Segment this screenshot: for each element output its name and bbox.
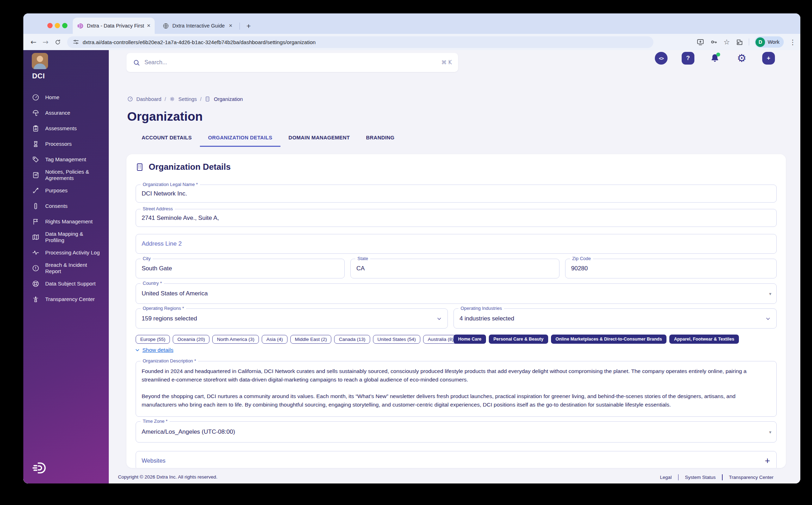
industry-chip[interactable]: Online Marketplaces & Direct-to-Consumer… <box>551 335 666 344</box>
toolbar-divider <box>749 38 749 46</box>
breadcrumb-settings[interactable]: Settings <box>178 96 197 102</box>
sidebar-nav: Home Assurance Assessments Processors <box>32 90 102 307</box>
header-actions: <> ? ⚙ + <box>655 52 775 65</box>
notification-dot <box>716 53 720 56</box>
operating-regions-select[interactable]: Operating Regions * 159 regions selected <box>136 308 448 329</box>
footer-link-transparency-center[interactable]: Transparency Center <box>729 475 774 480</box>
sidebar-item-processing-log[interactable]: Processing Activity Log <box>32 245 102 260</box>
sidebar-item-purposes[interactable]: Purposes <box>32 183 102 198</box>
browser-profile-chip[interactable]: D Work <box>755 36 784 48</box>
browser-menu-icon[interactable]: ⋮ <box>789 38 796 46</box>
add-icon[interactable]: + <box>762 52 775 65</box>
sidebar-item-breach-report[interactable]: Breach & Incident Report <box>32 260 102 276</box>
forward-icon[interactable]: → <box>40 38 52 46</box>
browser-tab-active[interactable]: Dxtra - Data Privacy First × <box>73 18 155 34</box>
tab-account-details[interactable]: ACCOUNT DETAILS <box>134 135 200 147</box>
industry-chip[interactable]: Home Care <box>454 335 486 344</box>
sidebar-item-consents[interactable]: Consents <box>32 198 102 214</box>
description-field[interactable]: Organization Description * Founded in 20… <box>136 361 777 417</box>
search-icon <box>133 59 140 66</box>
back-icon[interactable]: ← <box>28 38 40 46</box>
site-settings-icon[interactable] <box>73 39 79 45</box>
region-chip[interactable]: United States (54) <box>373 335 421 344</box>
industry-chips: Home Care Personal Care & Beauty Online … <box>454 335 739 344</box>
search-input[interactable] <box>144 59 441 66</box>
region-chip[interactable]: North America (3) <box>212 335 259 344</box>
reload-icon[interactable] <box>52 39 64 46</box>
region-chip[interactable]: Asia (4) <box>262 335 288 344</box>
breadcrumb-dashboard[interactable]: Dashboard <box>136 96 161 102</box>
region-chip[interactable]: Canada (13) <box>334 335 370 344</box>
sidebar-item-assessments[interactable]: Assessments <box>32 121 102 136</box>
chevron-down-icon <box>135 348 140 353</box>
sidebar-item-data-mapping[interactable]: Data Mapping & Profiling <box>32 229 102 245</box>
dropdown-arrow-icon: ▾ <box>769 291 771 296</box>
chevron-down-icon <box>765 316 771 321</box>
sidebar-item-data-subject-support[interactable]: Data Subject Support <box>32 276 102 291</box>
tab-branding[interactable]: BRANDING <box>358 135 403 147</box>
sidebar-item-assurance[interactable]: Assurance <box>32 105 102 121</box>
country-select[interactable]: Country * United States of America ▾ <box>136 283 777 304</box>
code-icon[interactable]: <> <box>655 52 668 65</box>
route-icon <box>32 187 40 194</box>
section-title: Organization Details <box>149 162 231 172</box>
region-chip[interactable]: Middle East (2) <box>290 335 332 344</box>
city-field[interactable]: City South Gate <box>136 259 345 278</box>
window-zoom-button[interactable] <box>62 23 67 28</box>
settings-gear-icon[interactable]: ⚙ <box>735 52 748 65</box>
passwords-key-icon[interactable] <box>710 38 718 46</box>
user-avatar[interactable] <box>32 53 48 69</box>
legal-name-field[interactable]: Organization Legal Name * DCI Network In… <box>136 185 777 203</box>
region-chip[interactable]: Australia (8) <box>423 335 458 344</box>
sidebar-item-processors[interactable]: Processors <box>32 136 102 152</box>
industry-chip[interactable]: Personal Care & Beauty <box>489 335 548 344</box>
lifebuoy-icon <box>32 280 40 288</box>
page-title: Organization <box>127 109 203 124</box>
sidebar: DCI Home Assurance Assessments <box>23 50 109 483</box>
copyright-text: Copyright © 2026 Dxtra Inc. All rights r… <box>118 474 218 480</box>
url-bar[interactable]: dxtra.ai/data-controllers/e6b20ea2-1a7a-… <box>67 36 653 48</box>
help-icon[interactable]: ? <box>682 52 694 65</box>
address-line-2-field[interactable]: Address Line 2 <box>136 234 777 254</box>
tab-domain-management[interactable]: DOMAIN MANAGEMENT <box>280 135 358 147</box>
region-chip[interactable]: Europe (55) <box>136 335 170 344</box>
umbrella-icon <box>32 109 40 117</box>
show-details-link[interactable]: Show details <box>135 347 173 353</box>
extensions-puzzle-icon[interactable] <box>735 38 743 46</box>
industry-chip[interactable]: Apparel, Footwear & Textiles <box>669 335 739 344</box>
new-tab-button[interactable]: + <box>244 21 254 31</box>
street-address-field[interactable]: Street Address 2741 Seminole Ave., Suite… <box>136 209 777 227</box>
install-app-icon[interactable] <box>697 38 704 46</box>
speedometer-icon <box>32 94 40 101</box>
clipboard-icon <box>32 125 40 132</box>
notifications-icon[interactable] <box>709 52 721 65</box>
chevron-down-icon <box>437 316 442 321</box>
bookmark-star-icon[interactable]: ☆ <box>723 38 730 46</box>
description-text: Founded in 2024 and headquartered in Cal… <box>142 367 771 409</box>
sidebar-item-home[interactable]: Home <box>32 90 102 105</box>
tab-organization-details[interactable]: ORGANIZATION DETAILS <box>200 135 280 147</box>
sidebar-item-rights-management[interactable]: Rights Management <box>32 214 102 229</box>
breadcrumb: Dashboard / Settings / Organization <box>127 96 243 102</box>
zip-code-field[interactable]: Zip Code 90280 <box>565 259 777 278</box>
window-close-button[interactable] <box>47 23 53 28</box>
footer-link-legal[interactable]: Legal <box>660 475 672 480</box>
operating-industries-select[interactable]: Operating Industries 4 industries select… <box>454 308 777 329</box>
add-website-button[interactable]: + <box>765 456 770 466</box>
tab-separator <box>239 23 240 30</box>
sidebar-item-notices-policies[interactable]: Notices, Policies & Agreements <box>32 167 102 183</box>
state-field[interactable]: State CA <box>350 259 559 278</box>
global-search[interactable]: ⌘ K <box>126 53 458 72</box>
region-chip[interactable]: Oceania (20) <box>173 335 209 344</box>
timezone-select[interactable]: Time Zone * America/Los_Angeles (UTC-08:… <box>136 421 777 443</box>
sidebar-item-tag-management[interactable]: Tag Management <box>32 152 102 167</box>
lighthouse-icon <box>32 295 40 303</box>
tab-close-icon[interactable]: × <box>229 22 232 29</box>
sidebar-item-transparency-center[interactable]: Transparency Center <box>32 291 102 307</box>
window-minimize-button[interactable] <box>55 23 60 28</box>
tab-close-icon[interactable]: × <box>147 22 150 29</box>
region-chips: Europe (55) Oceania (20) North America (… <box>136 335 458 344</box>
footer-link-system-status[interactable]: System Status <box>685 475 716 480</box>
toolbar-actions: ☆ D Work ⋮ <box>697 36 796 48</box>
browser-tab-inactive[interactable]: Dxtra Interactive Guide - AI-P × <box>159 18 236 34</box>
